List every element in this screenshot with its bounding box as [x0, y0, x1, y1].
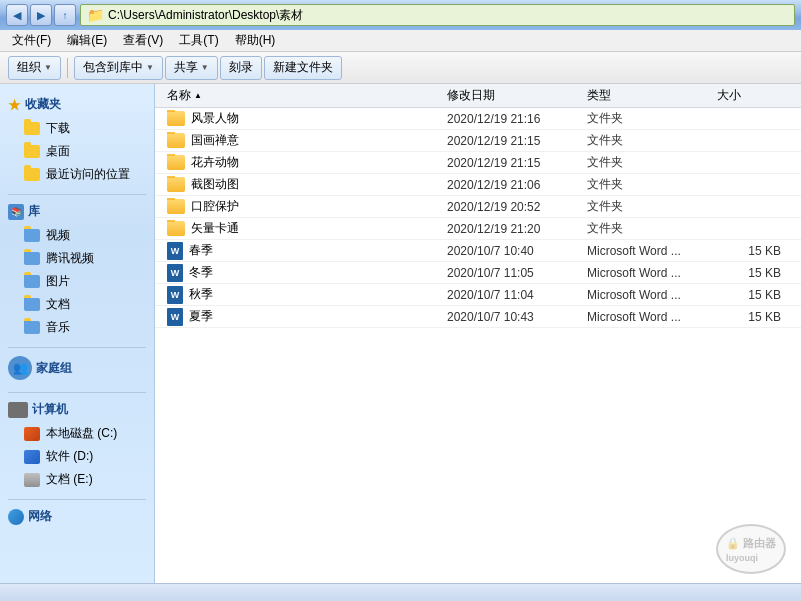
file-name-text: 口腔保护: [191, 198, 239, 215]
sidebar-item-music[interactable]: 音乐: [0, 316, 154, 339]
file-date-cell: 2020/12/19 21:06: [439, 178, 579, 192]
col-type-label: 类型: [587, 88, 611, 102]
pictures-folder-icon: [24, 275, 40, 288]
folder-icon: [167, 111, 185, 126]
organize-button[interactable]: 组织 ▼: [8, 56, 61, 80]
download-folder-icon: [24, 121, 40, 137]
folder-icon: [167, 155, 185, 170]
file-date-cell: 2020/10/7 11:05: [439, 266, 579, 280]
col-date-label: 修改日期: [447, 88, 495, 102]
organize-arrow: ▼: [44, 63, 52, 72]
sidebar-item-software-d[interactable]: 软件 (D:): [0, 445, 154, 468]
col-header-date[interactable]: 修改日期: [439, 87, 579, 104]
table-row[interactable]: 截图动图 2020/12/19 21:06 文件夹: [155, 174, 801, 196]
col-size-label: 大小: [717, 88, 741, 102]
file-size-cell: 15 KB: [709, 310, 789, 324]
sidebar-item-tencent-video[interactable]: 腾讯视频: [0, 247, 154, 270]
tencent-video-label: 腾讯视频: [46, 250, 94, 267]
address-bar[interactable]: 📁 C:\Users\Administrator\Desktop\素材: [80, 4, 795, 26]
burn-button[interactable]: 刻录: [220, 56, 262, 80]
file-type-cell: Microsoft Word ...: [579, 244, 709, 258]
menu-file[interactable]: 文件(F): [4, 30, 59, 51]
sidebar-item-local-disk-c[interactable]: 本地磁盘 (C:): [0, 422, 154, 445]
file-type-cell: Microsoft Word ...: [579, 310, 709, 324]
video-folder-icon: [24, 229, 40, 242]
sidebar-divider-3: [8, 392, 146, 393]
sidebar-section-favorites: ★ 收藏夹 下载 桌面 最近访问的位置: [0, 92, 154, 186]
share-button[interactable]: 共享 ▼: [165, 56, 218, 80]
tencent-folder-icon: [24, 252, 40, 265]
menu-view[interactable]: 查看(V): [115, 30, 171, 51]
up-button[interactable]: ↑: [54, 4, 76, 26]
include-library-button[interactable]: 包含到库中 ▼: [74, 56, 163, 80]
toolbar: 组织 ▼ 包含到库中 ▼ 共享 ▼ 刻录 新建文件夹: [0, 52, 801, 84]
table-row[interactable]: 矢量卡通 2020/12/19 21:20 文件夹: [155, 218, 801, 240]
file-date-cell: 2020/10/7 11:04: [439, 288, 579, 302]
file-name-text: 花卉动物: [191, 154, 239, 171]
network-label: 网络: [28, 508, 52, 525]
folder-icon: [167, 133, 185, 148]
col-header-type[interactable]: 类型: [579, 87, 709, 104]
table-row[interactable]: 国画禅意 2020/12/19 21:15 文件夹: [155, 130, 801, 152]
word-icon: W: [167, 242, 183, 260]
favorites-header[interactable]: ★ 收藏夹: [0, 92, 154, 117]
folder-small-icon: [24, 122, 40, 135]
menu-tools[interactable]: 工具(T): [171, 30, 226, 51]
file-name-cell: W 夏季: [159, 308, 439, 326]
file-type-cell: 文件夹: [579, 176, 709, 193]
local-disk-c-icon: [24, 426, 40, 442]
sidebar-section-library: 📚 库 视频 腾讯视频 图片: [0, 199, 154, 339]
table-row[interactable]: 口腔保护 2020/12/19 20:52 文件夹: [155, 196, 801, 218]
new-folder-button[interactable]: 新建文件夹: [264, 56, 342, 80]
folder-icon: [167, 177, 185, 192]
file-name-text: 春季: [189, 242, 213, 259]
sidebar-item-recent[interactable]: 最近访问的位置: [0, 163, 154, 186]
sidebar-item-desktop[interactable]: 桌面: [0, 140, 154, 163]
network-header[interactable]: 网络: [0, 504, 154, 529]
family-group-header[interactable]: 👥 家庭组: [0, 352, 154, 384]
download-label: 下载: [46, 120, 70, 137]
file-date-cell: 2020/12/19 21:15: [439, 134, 579, 148]
file-type-cell: Microsoft Word ...: [579, 266, 709, 280]
file-type-cell: 文件夹: [579, 154, 709, 171]
col-header-size[interactable]: 大小: [709, 87, 789, 104]
file-name-cell: W 秋季: [159, 286, 439, 304]
forward-button[interactable]: ▶: [30, 4, 52, 26]
network-globe-icon: [8, 509, 24, 525]
table-row[interactable]: 风景人物 2020/12/19 21:16 文件夹: [155, 108, 801, 130]
burn-label: 刻录: [229, 59, 253, 76]
sidebar-item-documents-e[interactable]: 文档 (E:): [0, 468, 154, 491]
computer-header[interactable]: 计算机: [0, 397, 154, 422]
library-header[interactable]: 📚 库: [0, 199, 154, 224]
table-row[interactable]: W 冬季 2020/10/7 11:05 Microsoft Word ... …: [155, 262, 801, 284]
sidebar-item-video[interactable]: 视频: [0, 224, 154, 247]
video-label: 视频: [46, 227, 70, 244]
table-row[interactable]: W 秋季 2020/10/7 11:04 Microsoft Word ... …: [155, 284, 801, 306]
music-icon: [24, 320, 40, 336]
table-row[interactable]: 花卉动物 2020/12/19 21:15 文件夹: [155, 152, 801, 174]
menu-edit[interactable]: 编辑(E): [59, 30, 115, 51]
recent-folder-icon: [24, 167, 40, 183]
file-name-cell: 花卉动物: [159, 154, 439, 171]
back-button[interactable]: ◀: [6, 4, 28, 26]
sidebar-divider-4: [8, 499, 146, 500]
table-row[interactable]: W 夏季 2020/10/7 10:43 Microsoft Word ... …: [155, 306, 801, 328]
col-name-label: 名称: [167, 87, 191, 104]
documents-e-label: 文档 (E:): [46, 471, 93, 488]
software-d-icon: [24, 449, 40, 465]
table-row[interactable]: W 春季 2020/10/7 10:40 Microsoft Word ... …: [155, 240, 801, 262]
file-date-cell: 2020/10/7 10:43: [439, 310, 579, 324]
title-bar: ◀ ▶ ↑ 📁 C:\Users\Administrator\Desktop\素…: [0, 0, 801, 30]
recent-label: 最近访问的位置: [46, 166, 130, 183]
menu-help[interactable]: 帮助(H): [227, 30, 284, 51]
watermark-circle: 🔒 路由器luyouqi: [716, 524, 786, 574]
video-icon: [24, 228, 40, 244]
col-header-name[interactable]: 名称 ▲: [159, 87, 439, 104]
computer-label: 计算机: [32, 401, 68, 418]
file-date-cell: 2020/12/19 21:15: [439, 156, 579, 170]
sidebar-item-download[interactable]: 下载: [0, 117, 154, 140]
sidebar-item-documents[interactable]: 文档: [0, 293, 154, 316]
file-type-cell: 文件夹: [579, 132, 709, 149]
word-icon: W: [167, 286, 183, 304]
sidebar-item-pictures[interactable]: 图片: [0, 270, 154, 293]
